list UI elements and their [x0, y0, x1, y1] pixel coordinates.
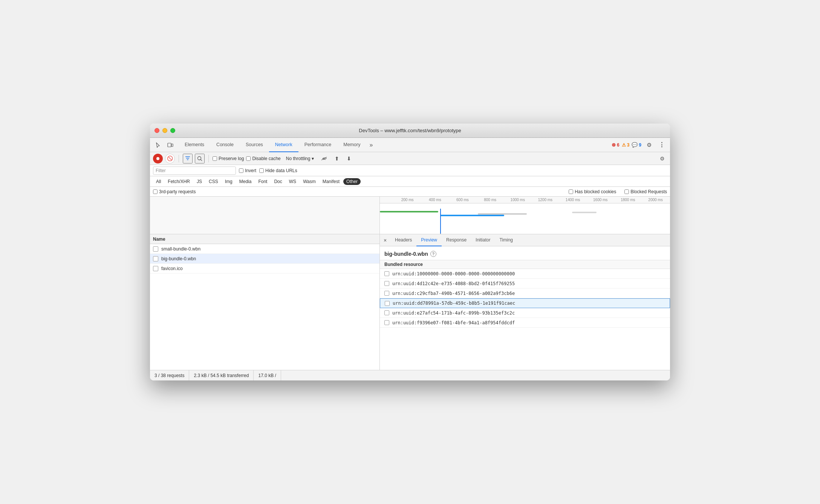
type-filter-font[interactable]: Font [255, 178, 270, 185]
type-filter-doc[interactable]: Doc [271, 178, 285, 185]
preserve-log-label[interactable]: Preserve log [213, 156, 244, 161]
throttling-text: No throttling [286, 156, 311, 161]
request-row[interactable]: small-bundle-0.wbn [150, 244, 379, 254]
invert-label[interactable]: Invert [239, 168, 256, 173]
bundle-items-list: urn:uuid:10000000-0000-0000-0000-0000000… [380, 269, 670, 328]
type-filter-css[interactable]: CSS [206, 178, 221, 185]
bundle-item[interactable]: urn:uuid:10000000-0000-0000-0000-0000000… [380, 269, 670, 279]
warning-count: 3 [627, 142, 630, 148]
bundle-item-checkbox [384, 320, 389, 325]
preserve-log-checkbox[interactable] [213, 156, 217, 161]
throttling-dropdown[interactable]: No throttling ▾ [283, 155, 317, 162]
waterfall-bar-4 [572, 212, 597, 213]
tab-sources[interactable]: Sources [240, 138, 269, 152]
wifi-icon-btn[interactable] [319, 153, 330, 164]
request-row[interactable]: favicon.ico [150, 264, 379, 273]
search-button[interactable] [195, 154, 205, 163]
type-filter-all[interactable]: All [153, 178, 164, 185]
filter-bar: Filter Invert Hide data URLs [150, 165, 670, 176]
transferred-status: 2.3 kB / 54.5 kB transferred [189, 370, 254, 380]
record-icon [156, 157, 159, 160]
type-filter-js[interactable]: JS [194, 178, 205, 185]
cursor-icon-btn[interactable] [153, 140, 164, 150]
filter-input[interactable] [167, 168, 233, 173]
device-icon-btn[interactable] [165, 140, 176, 150]
detail-tab-initiator[interactable]: Initiator [471, 234, 495, 246]
bundle-item[interactable]: urn:uuid:dd78991a-57db-459c-b8b5-1e191f9… [380, 298, 670, 308]
requests-status: 3 / 38 requests [153, 370, 189, 380]
section-header: Bundled resource [380, 260, 670, 269]
help-icon-btn[interactable]: ? [430, 251, 436, 257]
detail-tab-preview[interactable]: Preview [416, 234, 442, 246]
clear-button[interactable]: 🚫 [165, 154, 175, 163]
has-blocked-cookies-label[interactable]: Has blocked cookies [569, 189, 616, 194]
third-party-row: 3rd-party requests Has blocked cookies B… [150, 187, 670, 197]
waterfall-bar-1 [380, 211, 438, 212]
request-row[interactable]: big-bundle-0.wbn [150, 254, 379, 264]
bundle-item[interactable]: urn:uuid:4d12c42e-e735-4088-8bd2-0f415f7… [380, 279, 670, 289]
settings-gear-btn[interactable]: ⚙ [644, 140, 654, 150]
bundle-item[interactable]: urn:uuid:e27afc54-171b-4afc-899b-93b135e… [380, 308, 670, 318]
minimize-button[interactable] [162, 128, 167, 133]
tab-performance[interactable]: Performance [298, 138, 338, 152]
bundle-item[interactable]: urn:uuid:f9396e07-f081-4bfe-94a1-a8f954f… [380, 318, 670, 328]
disable-cache-checkbox[interactable] [246, 156, 251, 161]
type-filter-ws[interactable]: WS [286, 178, 299, 185]
third-party-checkbox[interactable] [153, 189, 158, 194]
hide-data-urls-label[interactable]: Hide data URLs [259, 168, 297, 173]
type-filter-manifest[interactable]: Manifest [320, 178, 343, 185]
detail-tab-timing[interactable]: Timing [495, 234, 517, 246]
blocked-requests-label[interactable]: Blocked Requests [624, 189, 667, 194]
waterfall-bar-3 [478, 213, 527, 215]
type-filter-media[interactable]: Media [236, 178, 255, 185]
detail-tab-headers[interactable]: Headers [390, 234, 416, 246]
record-button[interactable] [153, 154, 163, 163]
maximize-button[interactable] [170, 128, 175, 133]
type-filter-img[interactable]: Img [222, 178, 236, 185]
has-blocked-cookies-checkbox[interactable] [569, 189, 573, 194]
disable-cache-label[interactable]: Disable cache [246, 156, 280, 161]
tab-network[interactable]: Network [269, 138, 298, 152]
size-text: 17.0 kB / [258, 373, 276, 378]
request-name: favicon.ico [161, 266, 183, 271]
detail-close-btn[interactable]: × [381, 237, 389, 244]
download-button[interactable]: ⬇ [344, 154, 354, 163]
bundle-item[interactable]: urn:uuid:c29cfba7-490b-4571-8656-a002a9f… [380, 289, 670, 298]
message-count: 9 [639, 142, 641, 148]
tabs: Elements Console Sources Network Perform… [179, 138, 612, 152]
network-settings-btn[interactable]: ⚙ [657, 154, 667, 163]
type-filter-fetch-xhr[interactable]: Fetch/XHR [165, 178, 193, 185]
detail-title-row: big-bundle-0.wbn ? [380, 249, 670, 260]
tab-elements[interactable]: Elements [179, 138, 210, 152]
hide-data-urls-checkbox[interactable] [259, 168, 264, 173]
third-party-label[interactable]: 3rd-party requests [153, 189, 196, 194]
error-badge[interactable]: ⊗ 6 [612, 142, 620, 148]
ruler-tick-1: 400 ms [429, 198, 441, 202]
bundle-item-text: urn:uuid:4d12c42e-e735-4088-8bd2-0f415f7… [392, 281, 515, 286]
tab-more-btn[interactable]: » [366, 142, 376, 148]
more-options-btn[interactable]: ⋮ [656, 140, 667, 150]
upload-button[interactable]: ⬆ [332, 154, 342, 163]
type-filter-wasm[interactable]: Wasm [300, 178, 319, 185]
detail-tab-response[interactable]: Response [442, 234, 471, 246]
message-badge[interactable]: 💬 9 [632, 142, 641, 148]
invert-text: Invert [245, 168, 256, 173]
disable-cache-text: Disable cache [252, 156, 280, 161]
timeline-cursor [440, 209, 441, 234]
toolbar-right: ⊗ 6 ⚠ 3 💬 9 ⚙ ⋮ [612, 140, 667, 150]
toolbar-divider-1 [179, 155, 179, 162]
filter-button[interactable] [183, 154, 193, 163]
warning-badge[interactable]: ⚠ 3 [622, 142, 630, 148]
type-filter-other[interactable]: Other [343, 178, 361, 185]
window-title: DevTools – www.jefftk.com/test/wbn9/prot… [359, 128, 461, 133]
close-button[interactable] [155, 128, 159, 133]
invert-checkbox[interactable] [239, 168, 243, 173]
timeline-sidebar [150, 197, 380, 234]
tab-console[interactable]: Console [210, 138, 240, 152]
blocked-requests-checkbox[interactable] [624, 189, 629, 194]
filter-input-wrap[interactable]: Filter [153, 166, 236, 175]
error-count: 6 [617, 142, 620, 148]
detail-tabs: × HeadersPreviewResponseInitiatorTiming [380, 234, 670, 246]
bundle-item-checkbox [384, 310, 389, 315]
tab-memory[interactable]: Memory [337, 138, 366, 152]
